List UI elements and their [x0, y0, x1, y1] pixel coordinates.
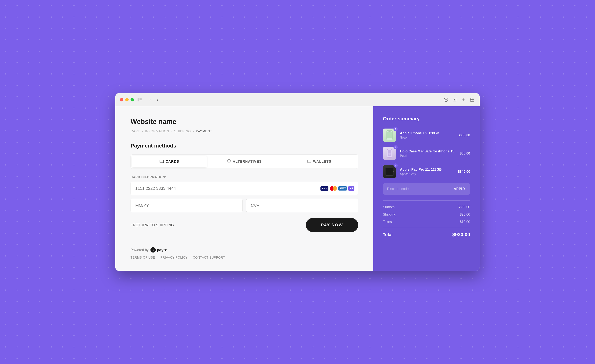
product-variant-case: Pearl — [400, 154, 456, 158]
shipping-label: Shipping — [383, 213, 396, 217]
svg-rect-17 — [387, 132, 392, 138]
return-to-shipping-link[interactable]: ‹ RETURN TO SHIPPING — [131, 223, 174, 227]
privacy-link[interactable]: PRIVACY POLICY — [161, 256, 188, 259]
svg-rect-0 — [138, 98, 139, 101]
card-info-label: CARD INFORMATION* — [131, 176, 358, 179]
visa-icon: VISA — [320, 186, 328, 191]
product-item-iphone15: 1 Apple iPhone 15, 128GB Green $895.00 — [383, 129, 470, 142]
tab-cards[interactable]: CARDS — [132, 156, 207, 167]
powered-by: Powered by ● paytx — [131, 247, 358, 253]
amex-icon: AMEX — [338, 186, 347, 191]
breadcrumb: CART › INFORMATION › SHIPPING › PAYMENT — [131, 130, 358, 133]
discount-input[interactable] — [383, 183, 449, 195]
svg-rect-11 — [160, 161, 163, 161]
product-item-case: 1 Holo Case MagSafe for iPhone 15 Pearl … — [383, 147, 470, 160]
expiry-input[interactable] — [131, 199, 243, 212]
grand-total-row: Total $930.00 — [383, 228, 470, 238]
product-info-case: Holo Case MagSafe for iPhone 15 Pearl — [400, 149, 456, 158]
svg-rect-13 — [308, 160, 311, 163]
breadcrumb-payment: PAYMENT — [196, 130, 212, 133]
svg-rect-7 — [472, 98, 474, 100]
share-icon[interactable] — [443, 97, 449, 103]
product-info-ipad: Apple iPad Pro 11, 128GB Space Gray — [400, 168, 454, 176]
pay-now-button[interactable]: PAY NOW — [306, 218, 358, 232]
sidebar-icon[interactable] — [137, 97, 142, 102]
taxes-value: $10.00 — [460, 220, 470, 224]
svg-rect-2 — [140, 99, 142, 100]
svg-rect-1 — [140, 98, 142, 99]
paytx-icon: ● — [150, 247, 156, 253]
tab-wallets[interactable]: WALLETS — [282, 156, 357, 167]
browser-window: ‹ › Website name CART › INFO — [115, 93, 480, 271]
tabs-icon[interactable] — [469, 97, 475, 103]
tab-alternatives[interactable]: ALTERNATIVES — [207, 156, 282, 167]
product-badge-case: 1 — [394, 145, 398, 149]
svg-rect-6 — [470, 98, 472, 100]
svg-rect-8 — [470, 100, 472, 101]
order-summary-panel: Order summary 1 — [373, 106, 480, 271]
subtotal-value: $895.00 — [458, 205, 470, 209]
product-price-ipad: $845.00 — [458, 170, 470, 174]
alternatives-icon — [227, 159, 231, 164]
product-name-ipad: Apple iPad Pro 11, 128GB — [400, 168, 454, 172]
grand-total-label: Total — [383, 232, 393, 237]
subtotal-label: Subtotal — [383, 205, 395, 209]
support-link[interactable]: CONTACT SUPPORT — [193, 256, 225, 259]
mastercard-icon — [330, 186, 337, 191]
shipping-value: $25.00 — [460, 213, 470, 217]
svg-rect-9 — [472, 100, 474, 101]
svg-point-20 — [388, 153, 391, 155]
breadcrumb-cart: CART — [131, 130, 140, 133]
card-number-field: VISA AMEX +4 — [131, 182, 358, 195]
svg-rect-3 — [140, 101, 142, 101]
product-variant-iphone15: Green — [400, 136, 454, 139]
browser-content: Website name CART › INFORMATION › SHIPPI… — [115, 106, 480, 271]
card-expiry-cvv-row — [131, 199, 358, 212]
payment-methods-title: Payment methods — [131, 143, 358, 149]
back-button[interactable]: ‹ — [147, 97, 153, 102]
product-image-wrap-case: 1 — [383, 147, 396, 160]
grand-total-value: $930.00 — [452, 232, 470, 238]
breadcrumb-shipping: SHIPPING — [174, 130, 191, 133]
product-badge-ipad: 1 — [394, 163, 398, 168]
terms-link[interactable]: TERMS OF USE — [131, 256, 155, 259]
card-icons: VISA AMEX +4 — [320, 186, 354, 191]
payment-tabs: CARDS ALTERNATIVES WALLETS — [131, 155, 358, 169]
dot-red[interactable] — [120, 98, 123, 101]
browser-dots — [120, 98, 134, 101]
product-image-wrap-iphone15: 1 — [383, 129, 396, 142]
website-name: Website name — [131, 118, 358, 126]
shipping-row: Shipping $25.00 — [383, 213, 470, 217]
product-variant-ipad: Space Gray — [400, 172, 454, 176]
new-tab-icon[interactable] — [460, 97, 466, 103]
svg-rect-22 — [386, 168, 393, 175]
product-badge-iphone15: 1 — [394, 127, 398, 131]
footer-links: TERMS OF USE PRIVACY POLICY CONTACT SUPP… — [131, 256, 358, 259]
taxes-row: Taxes $10.00 — [383, 220, 470, 224]
svg-point-14 — [310, 162, 311, 162]
payment-panel: Website name CART › INFORMATION › SHIPPI… — [115, 106, 373, 271]
product-price-iphone15: $895.00 — [458, 133, 470, 137]
dot-yellow[interactable] — [125, 98, 129, 101]
product-info-iphone15: Apple iPhone 15, 128GB Green — [400, 131, 454, 139]
browser-chrome: ‹ › — [115, 93, 480, 106]
discount-apply-button[interactable]: APPLY — [449, 183, 470, 195]
forward-button[interactable]: › — [155, 97, 160, 102]
dot-green[interactable] — [131, 98, 134, 101]
breadcrumb-information: INFORMATION — [145, 130, 169, 133]
cards-icon — [160, 159, 164, 164]
browser-nav: ‹ › — [147, 97, 160, 102]
order-totals: Subtotal $895.00 Shipping $25.00 Taxes $… — [383, 200, 470, 238]
form-actions: ‹ RETURN TO SHIPPING PAY NOW — [131, 218, 358, 232]
product-image-wrap-ipad: 1 — [383, 165, 396, 178]
product-price-case: $35.00 — [460, 151, 470, 155]
upload-icon[interactable] — [452, 97, 458, 103]
cvv-input[interactable] — [246, 199, 358, 212]
paytx-logo: ● paytx — [150, 247, 167, 253]
product-item-ipad: 1 Apple iPad Pro 11, 128GB Space Gray $8… — [383, 165, 470, 178]
order-summary-title: Order summary — [383, 116, 470, 122]
svg-rect-16 — [388, 131, 391, 131]
svg-point-23 — [393, 171, 394, 172]
more-cards-icon: +4 — [348, 186, 354, 191]
wallets-icon — [307, 159, 311, 164]
